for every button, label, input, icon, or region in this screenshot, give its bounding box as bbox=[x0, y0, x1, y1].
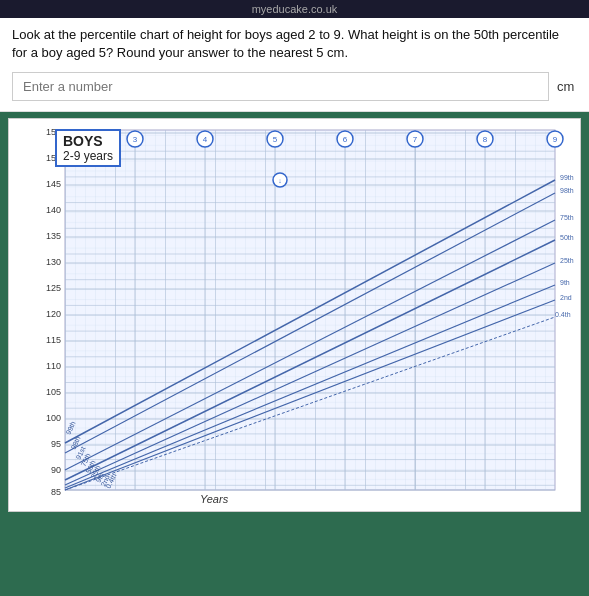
chart-subtitle: 2-9 years bbox=[63, 149, 113, 163]
chart-title-area: BOYS 2-9 years bbox=[55, 129, 121, 167]
url-text: myeducake.co.uk bbox=[252, 3, 338, 15]
svg-text:3: 3 bbox=[133, 135, 138, 144]
svg-text:50th: 50th bbox=[560, 234, 574, 241]
question-area: Look at the percentile chart of height f… bbox=[0, 18, 589, 112]
svg-text:90: 90 bbox=[51, 465, 61, 475]
svg-text:0.4th: 0.4th bbox=[555, 311, 571, 318]
svg-text:105: 105 bbox=[46, 387, 61, 397]
svg-text:7: 7 bbox=[413, 135, 418, 144]
svg-text:Years: Years bbox=[200, 493, 229, 505]
svg-text:25th: 25th bbox=[560, 257, 574, 264]
svg-text:4: 4 bbox=[203, 135, 208, 144]
svg-text:9: 9 bbox=[553, 135, 558, 144]
unit-label: cm bbox=[557, 79, 577, 94]
chart-title: BOYS bbox=[63, 133, 113, 149]
svg-text:135: 135 bbox=[46, 231, 61, 241]
svg-text:120: 120 bbox=[46, 309, 61, 319]
svg-text:115: 115 bbox=[46, 335, 61, 345]
svg-text:↓: ↓ bbox=[278, 177, 282, 184]
svg-text:125: 125 bbox=[46, 283, 61, 293]
svg-text:98th: 98th bbox=[560, 187, 574, 194]
top-bar: myeducake.co.uk bbox=[0, 0, 589, 18]
svg-text:110: 110 bbox=[46, 361, 61, 371]
svg-text:9th: 9th bbox=[560, 279, 570, 286]
svg-text:145: 145 bbox=[46, 179, 61, 189]
svg-text:2nd: 2nd bbox=[560, 294, 572, 301]
svg-text:99th: 99th bbox=[560, 174, 574, 181]
svg-text:85: 85 bbox=[51, 487, 61, 497]
svg-text:6: 6 bbox=[343, 135, 348, 144]
svg-text:130: 130 bbox=[46, 257, 61, 267]
answer-input[interactable] bbox=[12, 72, 549, 101]
svg-text:75th: 75th bbox=[560, 214, 574, 221]
svg-text:100: 100 bbox=[46, 413, 61, 423]
svg-text:140: 140 bbox=[46, 205, 61, 215]
svg-text:5: 5 bbox=[273, 135, 278, 144]
svg-text:8: 8 bbox=[483, 135, 488, 144]
question-text: Look at the percentile chart of height f… bbox=[12, 26, 577, 62]
svg-rect-2 bbox=[65, 130, 555, 490]
chart-container: BOYS 2-9 years bbox=[8, 118, 581, 512]
svg-text:95: 95 bbox=[51, 439, 61, 449]
